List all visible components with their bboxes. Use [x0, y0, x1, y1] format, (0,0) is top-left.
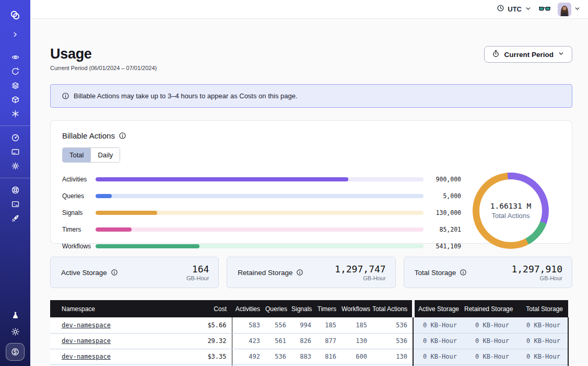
sidebar — [0, 0, 30, 366]
col-activities: Activities — [232, 300, 265, 317]
namespace-link[interactable]: dev-namespace — [62, 322, 111, 329]
storage-card-value: 1,297,747 — [335, 264, 386, 274]
namespace-usage-table: Namespace Cost Activities Queries Signal… — [50, 300, 569, 366]
cell-cost: $3.35 — [186, 349, 232, 364]
account-menu[interactable] — [558, 3, 581, 16]
sidebar-divider — [0, 125, 30, 126]
avatar — [558, 3, 571, 16]
chevron-down-icon — [558, 50, 565, 59]
cell-activities: 583 — [232, 317, 265, 333]
cell-retained-storage: 0 KB-Hour — [464, 333, 516, 349]
info-icon[interactable] — [296, 269, 303, 276]
bar-row-queries: Queries 5,000 — [62, 192, 461, 200]
cell-retained-storage: 0 KB-Hour — [464, 317, 516, 333]
donut-total-value: 1.66131 M — [490, 202, 532, 210]
period-selector-button[interactable]: Current Period — [484, 46, 572, 63]
cell-total-storage: 0 KB-Hour — [516, 333, 568, 349]
chart-mode-tabs: Total Daily — [62, 147, 120, 163]
bar-label: Queries — [62, 192, 96, 200]
table-row: dev-namespace $3.35 492 536 883 816 600 … — [50, 349, 568, 364]
bar-label: Signals — [62, 209, 96, 216]
glasses-icon[interactable] — [539, 4, 550, 15]
col-timers: Timers — [316, 300, 342, 317]
info-banner: Billable Actions may take up to 3–4 hour… — [50, 84, 572, 108]
lab-flask-icon[interactable] — [0, 306, 30, 323]
col-signals: Signals — [291, 300, 316, 317]
theme-sun-icon[interactable] — [0, 323, 30, 340]
col-workflows: Workflows — [342, 300, 372, 317]
namespace-link[interactable]: dev-namespace — [62, 337, 111, 345]
billable-bar-chart: Activities 900,000 Queries 5,000 Signals… — [62, 176, 461, 250]
storage-card-label: Total Storage — [415, 269, 456, 277]
cell-signals: 994 — [291, 317, 316, 333]
sidebar-bottom-group — [0, 306, 30, 361]
support-lifebuoy-icon[interactable] — [0, 183, 30, 197]
namespace-link[interactable]: dev-namespace — [62, 353, 111, 360]
cell-workflows: 600 — [342, 349, 372, 364]
expand-chevron-icon[interactable] — [0, 28, 30, 41]
cell-active-storage: 0 KB-Hour — [413, 349, 464, 364]
period-selector-label: Current Period — [504, 51, 554, 59]
storage-card-value: 164 — [186, 264, 209, 274]
col-retained-storage: Retained Storage — [464, 300, 516, 317]
docs-terminal-icon[interactable] — [0, 197, 30, 211]
usage-gauge-icon[interactable] — [0, 131, 30, 145]
storage-card-unit: GB-Hour — [511, 275, 562, 281]
col-total-actions: Total Actions — [372, 300, 413, 317]
storage-card-unit: GB-Hour — [335, 275, 386, 281]
cell-queries: 556 — [265, 317, 291, 333]
cell-activities: 492 — [232, 349, 265, 364]
bar-value: 900,000 — [424, 176, 461, 183]
layers-icon[interactable] — [0, 78, 30, 93]
getting-started-rocket-icon[interactable] — [0, 211, 30, 225]
cell-cost: 29.32 — [186, 333, 232, 349]
total-storage-card: Total Storage 1,297,910 GB-Hour — [404, 257, 572, 288]
cell-active-storage: 0 KB-Hour — [413, 333, 464, 349]
main-content: Usage Current Period (06/01/2024 – 07/01… — [30, 19, 588, 366]
topbar: UTC — [30, 0, 588, 19]
table-row: dev-namespace 29.32 423 561 826 877 130 … — [50, 333, 568, 349]
tab-daily[interactable]: Daily — [90, 148, 120, 162]
bar-value: 85,201 — [424, 226, 461, 233]
table-header-row: Namespace Cost Activities Queries Signal… — [50, 300, 568, 317]
schedules-icon[interactable] — [0, 64, 30, 78]
deployments-icon[interactable] — [0, 93, 30, 107]
tab-total[interactable]: Total — [63, 148, 90, 162]
bar-row-signals: Signals 130,000 — [62, 209, 461, 216]
bar-row-workflows: Workflows 541,109 — [62, 243, 461, 250]
col-cost: Cost — [186, 300, 232, 317]
nexus-icon[interactable] — [0, 107, 30, 121]
settings-gear-icon[interactable] — [0, 159, 30, 173]
info-icon — [62, 92, 69, 100]
storage-card-label: Retained Storage — [238, 269, 292, 277]
timezone-label: UTC — [508, 5, 522, 13]
storage-card-value: 1,297,910 — [511, 264, 562, 274]
cell-workflows: 130 — [342, 333, 372, 349]
timezone-selector[interactable]: UTC — [497, 4, 532, 14]
col-queries: Queries — [265, 300, 291, 317]
bar-row-timers: Timers 85,201 — [62, 226, 461, 233]
usage-page: UTC — [0, 0, 588, 366]
bar-value: 541,109 — [424, 243, 461, 250]
donut-caption: Total Actions — [492, 212, 530, 220]
cell-queries: 561 — [265, 333, 291, 349]
bar-label: Timers — [62, 226, 96, 233]
namespaces-icon[interactable] — [0, 50, 30, 64]
bar-value: 130,000 — [424, 209, 461, 216]
col-total-storage: Total Storage — [516, 300, 568, 317]
cell-timers: 185 — [316, 317, 342, 333]
temporal-logo-icon[interactable] — [0, 6, 30, 24]
info-icon[interactable] — [119, 132, 126, 140]
cell-total-storage: 0 KB-Hour — [516, 317, 568, 333]
cell-total-actions: 536 — [372, 333, 413, 349]
billing-card-icon[interactable] — [0, 145, 30, 159]
active-storage-card: Active Storage 164 GB-Hour — [50, 257, 219, 288]
info-icon[interactable] — [111, 269, 118, 276]
usage-dollar-icon[interactable] — [6, 343, 25, 361]
cell-queries: 536 — [265, 349, 291, 364]
billable-actions-card: Billable Actions Total Daily Activities … — [50, 120, 572, 244]
storage-summary-row: Active Storage 164 GB-Hour Retained Stor… — [50, 257, 572, 288]
info-icon[interactable] — [460, 269, 467, 276]
billable-actions-title: Billable Actions — [62, 131, 115, 140]
cell-total-actions: 130 — [372, 349, 413, 364]
